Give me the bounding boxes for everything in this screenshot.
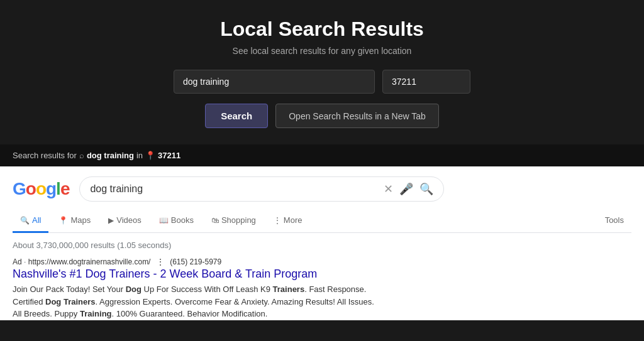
logo-e: e — [60, 179, 70, 198]
shopping-icon: 🛍 — [211, 216, 219, 225]
nav-more[interactable]: ⋮ More — [266, 210, 310, 233]
nav-shopping-label: Shopping — [221, 215, 256, 225]
results-banner-in: in — [136, 151, 143, 160]
google-frame: Google ✕ 🎤 🔍 🔍 All 📍 Maps ▶ Videos — [0, 166, 644, 320]
nav-maps[interactable]: 📍 Maps — [51, 210, 98, 233]
nav-videos-label: Videos — [116, 215, 142, 225]
google-search-input[interactable] — [90, 183, 379, 195]
nav-more-label: More — [284, 215, 303, 225]
ad-section: Ad · https://www.dogtrainernashville.com… — [13, 257, 631, 320]
google-search-icons: ✕ 🎤 🔍 — [384, 182, 433, 196]
nav-shopping[interactable]: 🛍 Shopping — [204, 210, 264, 233]
top-section: Local Search Results See local search re… — [0, 0, 644, 144]
google-header: Google ✕ 🎤 🔍 — [13, 176, 631, 202]
search-icon-small: ⌕ — [79, 151, 84, 160]
results-count: About 3,730,000,000 results (1.05 second… — [13, 241, 631, 250]
ad-title[interactable]: Nashville's #1 Dog Trainers - 2 Week Boa… — [13, 268, 631, 281]
new-tab-button[interactable]: Open Search Results in a New Tab — [275, 104, 439, 128]
logo-l: l — [56, 179, 60, 198]
ad-url: https://www.dogtrainernashville.com/ — [28, 257, 151, 266]
page-subtitle: See local search results for any given l… — [13, 46, 631, 56]
search-inputs — [13, 70, 631, 94]
nav-tools[interactable]: Tools — [597, 210, 631, 232]
nav-videos[interactable]: ▶ Videos — [101, 210, 149, 233]
nav-all-label: All — [32, 215, 41, 225]
results-banner-zip: 37211 — [158, 151, 180, 160]
ad-phone: (615) 219-5979 — [170, 257, 221, 266]
results-banner: Search results for ⌕ dog training in 📍 3… — [0, 144, 644, 166]
ad-description: Join Our Pack Today! Set Your Dog Up For… — [13, 283, 377, 320]
search-button[interactable]: Search — [205, 104, 268, 128]
more-icon: ⋮ — [274, 216, 281, 225]
nav-books-label: Books — [171, 215, 194, 225]
location-pin-icon: 📍 — [145, 151, 155, 160]
nav-all[interactable]: 🔍 All — [13, 210, 48, 233]
logo-o2: o — [36, 179, 46, 198]
ad-tag: Ad — [13, 257, 22, 266]
ad-label: Ad · https://www.dogtrainernashville.com… — [13, 257, 631, 266]
logo-g2: g — [46, 179, 56, 198]
google-search-bar: ✕ 🎤 🔍 — [79, 176, 444, 202]
results-banner-query: dog training — [87, 151, 134, 160]
google-content: 🔍 All 📍 Maps ▶ Videos 📖 Books 🛍 Shopping… — [13, 210, 631, 320]
clear-icon[interactable]: ✕ — [384, 182, 393, 196]
nav-tools-label: Tools — [605, 215, 624, 225]
google-nav: 🔍 All 📍 Maps ▶ Videos 📖 Books 🛍 Shopping… — [13, 210, 631, 233]
ad-dots: ⋮ — [157, 257, 164, 266]
videos-icon: ▶ — [108, 216, 114, 225]
nav-books[interactable]: 📖 Books — [152, 210, 201, 233]
nav-maps-label: Maps — [70, 215, 91, 225]
search-zip-input[interactable] — [382, 70, 470, 94]
google-logo: Google — [13, 179, 69, 199]
logo-o1: o — [26, 179, 36, 198]
search-query-input[interactable] — [174, 70, 375, 94]
google-search-icon[interactable]: 🔍 — [419, 182, 433, 196]
mic-icon[interactable]: 🎤 — [399, 182, 413, 196]
button-row: Search Open Search Results in a New Tab — [13, 104, 631, 128]
books-icon: 📖 — [159, 216, 169, 225]
page-title: Local Search Results — [13, 18, 631, 41]
results-banner-prefix: Search results for — [13, 151, 77, 160]
logo-g: G — [13, 179, 26, 198]
all-icon: 🔍 — [20, 216, 30, 225]
maps-icon: 📍 — [58, 216, 68, 225]
